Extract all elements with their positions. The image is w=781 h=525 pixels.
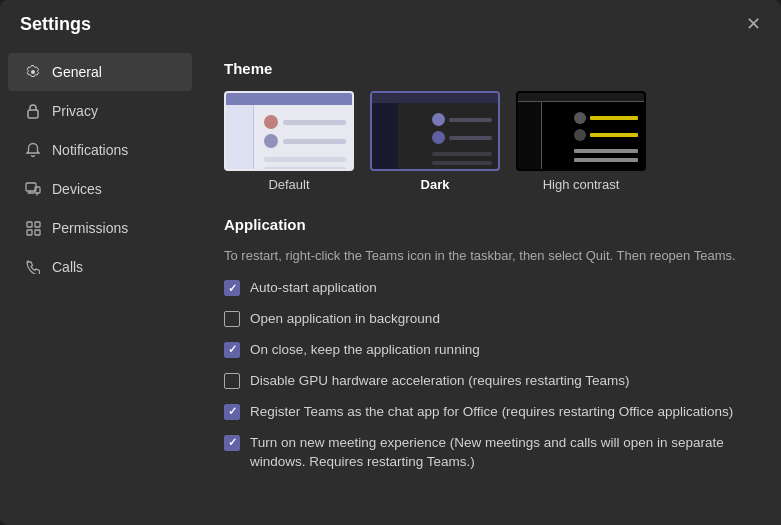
sidebar-item-devices[interactable]: Devices [8,170,192,208]
checkbox-row-gpu: Disable GPU hardware acceleration (requi… [224,372,757,391]
theme-label-default: Default [268,177,309,192]
svg-rect-4 [35,222,40,227]
theme-section-title: Theme [224,60,757,77]
theme-preview-default [224,91,354,171]
lock-icon [24,102,42,120]
grid-icon [24,219,42,237]
sidebar-label-calls: Calls [52,259,83,275]
checkbox-autostart[interactable] [224,280,240,296]
checkbox-gpu[interactable] [224,373,240,389]
checkbox-row-new-meeting: Turn on new meeting experience (New meet… [224,434,757,472]
app-section-title: Application [224,216,757,233]
checkbox-background[interactable] [224,311,240,327]
close-button[interactable]: ✕ [741,12,765,36]
app-description: To restart, right-click the Teams icon i… [224,247,757,265]
theme-preview-hc [516,91,646,171]
sidebar-item-notifications[interactable]: Notifications [8,131,192,169]
checkbox-row-chat-app: Register Teams as the chat app for Offic… [224,403,757,422]
settings-main: Theme [200,44,781,525]
application-section: Application To restart, right-click the … [224,216,757,471]
titlebar: Settings ✕ [0,0,781,44]
theme-dark[interactable]: Dark [370,91,500,192]
checkbox-label-new-meeting: Turn on new meeting experience (New meet… [250,434,757,472]
checkbox-label-keep-running: On close, keep the application running [250,341,480,360]
sidebar-item-permissions[interactable]: Permissions [8,209,192,247]
svg-rect-3 [27,222,32,227]
theme-label-dark: Dark [421,177,450,192]
svg-rect-6 [35,230,40,235]
svg-rect-0 [28,110,38,118]
checkbox-row-background: Open application in background [224,310,757,329]
svg-rect-5 [27,230,32,235]
checkbox-label-autostart: Auto-start application [250,279,377,298]
checkbox-label-chat-app: Register Teams as the chat app for Offic… [250,403,733,422]
checkbox-label-gpu: Disable GPU hardware acceleration (requi… [250,372,629,391]
checkbox-label-background: Open application in background [250,310,440,329]
theme-selector: Default [224,91,757,192]
phone-icon [24,258,42,276]
gear-icon [24,63,42,81]
sidebar-item-general[interactable]: General [8,53,192,91]
sidebar-label-privacy: Privacy [52,103,98,119]
sidebar-item-privacy[interactable]: Privacy [8,92,192,130]
theme-label-hc: High contrast [543,177,620,192]
window-title: Settings [20,14,91,35]
checkbox-row-keep-running: On close, keep the application running [224,341,757,360]
sidebar-label-permissions: Permissions [52,220,128,236]
sidebar-item-calls[interactable]: Calls [8,248,192,286]
checkbox-row-autostart: Auto-start application [224,279,757,298]
bell-icon [24,141,42,159]
sidebar-label-notifications: Notifications [52,142,128,158]
theme-section: Theme [224,60,757,192]
theme-default[interactable]: Default [224,91,354,192]
checkbox-keep-running[interactable] [224,342,240,358]
devices-icon [24,180,42,198]
sidebar-label-devices: Devices [52,181,102,197]
theme-preview-dark [370,91,500,171]
sidebar: General Privacy [0,44,200,525]
checkbox-chat-app[interactable] [224,404,240,420]
sidebar-label-general: General [52,64,102,80]
main-content: General Privacy [0,44,781,525]
theme-high-contrast[interactable]: High contrast [516,91,646,192]
checkbox-new-meeting[interactable] [224,435,240,451]
settings-window: Settings ✕ General [0,0,781,525]
